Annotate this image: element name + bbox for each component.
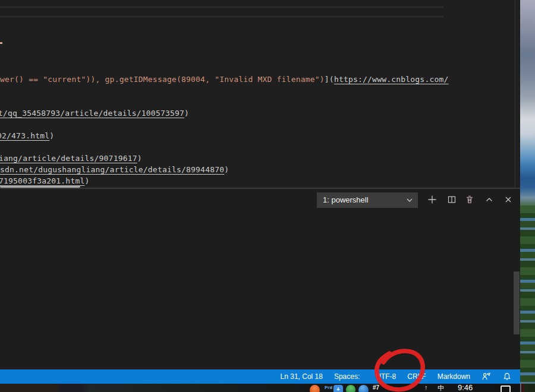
- kill-terminal-icon[interactable]: [465, 195, 474, 204]
- encoding-indicator[interactable]: UTF-8: [376, 372, 396, 381]
- blue-text-badge[interactable]: Prıl: [325, 385, 332, 390]
- code-punct: ): [137, 154, 142, 163]
- code-line[interactable]: iang/article/details/90719617): [0, 153, 142, 164]
- maximize-panel-icon[interactable]: [484, 195, 494, 204]
- code-punct: ): [84, 176, 89, 185]
- desktop-screenshot: wer() == "current")), gp.getIDMessage(89…: [0, 0, 535, 392]
- code-punct: ): [224, 165, 229, 174]
- link-html-page-2[interactable]: 7195003f3a201.html: [0, 176, 84, 185]
- indentation-indicator[interactable]: Spaces:: [334, 372, 360, 381]
- ime-indicator[interactable]: 中: [438, 384, 444, 392]
- editor[interactable]: wer() == "current")), gp.getIDMessage(89…: [0, 0, 520, 188]
- taskbar-divider: [520, 384, 521, 392]
- blue-square-app-icon[interactable]: +: [333, 385, 343, 392]
- terminal-panel[interactable]: [0, 189, 520, 369]
- code-punct: ): [184, 109, 189, 118]
- taskbar-right-edge: [522, 384, 535, 392]
- code-punct: ](: [325, 75, 334, 84]
- clipped-text-fragment: [0, 42, 2, 44]
- status-bar: Ln 31, Col 18 Spaces: UTF-8 CRLF Markdow…: [0, 369, 520, 384]
- code-line[interactable]: t/qq_35458793/article/details/100573597): [0, 108, 189, 119]
- code-line[interactable]: sdn.net/dugushangliang/article/details/8…: [0, 164, 229, 175]
- windows-taskbar[interactable]: Prıl + #7 ↑ 中 9:46: [0, 384, 535, 392]
- link-cnblogs[interactable]: https://www.cnblogs.com/: [334, 75, 449, 84]
- link-csdn-article[interactable]: t/qq_35458793/article/details/100573597: [0, 109, 184, 118]
- eol-indicator[interactable]: CRLF: [407, 372, 426, 381]
- code-line[interactable]: wer() == "current")), gp.getIDMessage(89…: [0, 74, 449, 85]
- tray-expand-icon[interactable]: ↑: [424, 384, 428, 391]
- desktop-wallpaper: [520, 0, 535, 392]
- editor-right-border: [515, 0, 515, 188]
- language-mode-indicator[interactable]: Markdown: [438, 372, 470, 381]
- blue-sphere-app-icon[interactable]: [358, 385, 369, 392]
- terminal-select-dropdown[interactable]: 1: powershell: [317, 192, 418, 208]
- feedback-icon[interactable]: [482, 372, 491, 381]
- touch-keyboard-icon[interactable]: [501, 385, 511, 392]
- taskbar-clock[interactable]: 9:46: [458, 384, 473, 392]
- divider-line: [0, 16, 443, 17]
- close-panel-icon[interactable]: [503, 195, 513, 204]
- code-string: wer() == "current")), gp.getIDMessage(89…: [0, 75, 325, 84]
- code-line[interactable]: 02/473.html): [0, 130, 54, 141]
- link-article-90719617[interactable]: iang/article/details/90719617: [0, 154, 137, 163]
- orange-app-icon[interactable]: [310, 385, 320, 392]
- panel-scrollbar-thumb[interactable]: [514, 271, 520, 334]
- wallpaper-marsh-texture: [520, 206, 535, 392]
- split-terminal-icon[interactable]: [447, 195, 457, 204]
- bell-icon[interactable]: [502, 372, 512, 381]
- link-html-page[interactable]: 02/473.html: [0, 131, 49, 140]
- new-terminal-icon[interactable]: [427, 195, 437, 204]
- chevron-down-icon: [407, 198, 413, 203]
- link-dugushangliang[interactable]: sdn.net/dugushangliang/article/details/8…: [0, 165, 224, 174]
- cursor-position-indicator[interactable]: Ln 31, Col 18: [281, 372, 323, 381]
- code-punct: ): [49, 131, 54, 140]
- divider-line: [0, 7, 443, 8]
- white-glyph-icon[interactable]: #7: [373, 384, 379, 391]
- green-circle-app-icon[interactable]: [346, 385, 355, 392]
- terminal-select-value: 1: powershell: [323, 195, 369, 204]
